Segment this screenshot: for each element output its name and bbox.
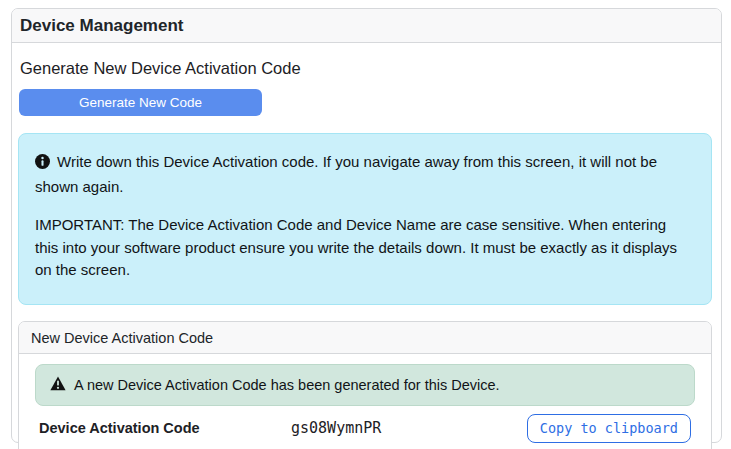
new-device-activation-code-card: New Device Activation Code A new Device … xyxy=(18,321,712,449)
success-alert: A new Device Activation Code has been ge… xyxy=(35,364,695,406)
device-management-body: Generate New Device Activation Code Gene… xyxy=(12,43,721,449)
info-circle-icon xyxy=(35,155,50,172)
info-alert: Write down this Device Activation code. … xyxy=(18,133,712,305)
copy-to-clipboard-button[interactable]: Copy to clipboard xyxy=(527,414,691,443)
device-activation-code-value: gs08WymnPR xyxy=(291,419,381,437)
page-title: Device Management xyxy=(12,9,721,43)
info-alert-line1-wrap: Write down this Device Activation code. … xyxy=(35,151,695,198)
info-alert-line2: IMPORTANT: The Device Activation Code an… xyxy=(35,214,683,282)
warning-triangle-icon xyxy=(50,376,66,394)
device-activation-code-label: Device Activation Code xyxy=(39,420,291,436)
device-management-card: Device Management Generate New Device Ac… xyxy=(11,8,722,443)
success-alert-text: A new Device Activation Code has been ge… xyxy=(74,377,500,393)
generate-new-code-button[interactable]: Generate New Code xyxy=(19,89,262,116)
new-code-card-header: New Device Activation Code xyxy=(19,322,711,354)
info-alert-line1: Write down this Device Activation code. … xyxy=(35,153,657,195)
new-code-card-body: A new Device Activation Code has been ge… xyxy=(19,354,711,449)
device-activation-code-row: Device Activation Code gs08WymnPR Copy t… xyxy=(35,406,695,449)
generate-section-heading: Generate New Device Activation Code xyxy=(20,59,712,78)
